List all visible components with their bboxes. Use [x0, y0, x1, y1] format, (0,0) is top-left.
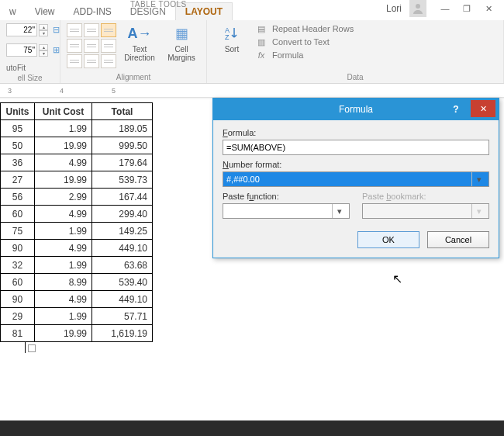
table-row[interactable]: 5019.99999.50	[1, 137, 153, 154]
align-top-left[interactable]	[67, 23, 82, 37]
autofit-label[interactable]: utoFit	[6, 64, 26, 72]
text-direction-button[interactable]: A→ Text Direction	[121, 23, 158, 62]
width-down[interactable]: ▾	[39, 50, 48, 57]
table-cell[interactable]: 57.71	[92, 308, 153, 325]
data-table[interactable]: Units Unit Cost Total 951.99189.055019.9…	[0, 102, 153, 342]
table-cell[interactable]: 449.10	[92, 291, 153, 308]
restore-button[interactable]: ❐	[456, 0, 478, 17]
table-row[interactable]: 951.99189.05	[1, 120, 153, 137]
table-row[interactable]: 364.99179.64	[1, 154, 153, 171]
tab-partial[interactable]: w	[0, 3, 26, 20]
table-cell[interactable]: 95	[1, 120, 35, 137]
cancel-button[interactable]: Cancel	[427, 231, 489, 248]
table-cell[interactable]: 449.10	[92, 240, 153, 257]
cell-margins-button[interactable]: ▦ Cell Margins	[163, 23, 200, 62]
table-cell[interactable]: 149.25	[92, 223, 153, 240]
table-cell[interactable]: 60	[1, 274, 35, 291]
table-cell[interactable]: 19.99	[35, 325, 92, 342]
align-bot-right[interactable]	[101, 54, 116, 68]
table-cell[interactable]: 2.99	[35, 189, 92, 206]
table-row[interactable]: 291.9957.71	[1, 308, 153, 325]
table-cell[interactable]: 90	[1, 240, 35, 257]
table-cell[interactable]: 1.99	[35, 308, 92, 325]
horizontal-ruler[interactable]: 3 4 5	[0, 84, 504, 98]
height-up[interactable]: ▴	[39, 24, 48, 30]
table-cell[interactable]: 1.99	[35, 120, 92, 137]
table-cell[interactable]: 4.99	[35, 240, 92, 257]
table-cell[interactable]: 56	[1, 189, 35, 206]
table-cell[interactable]: 999.50	[92, 137, 153, 154]
table-cell[interactable]: 299.40	[92, 206, 153, 223]
formula-button[interactable]: fx Formula	[255, 50, 354, 61]
table-cell[interactable]: 36	[1, 154, 35, 171]
table-cell[interactable]: 60	[1, 206, 35, 223]
table-row[interactable]: 904.99449.10	[1, 291, 153, 308]
table-cell[interactable]: 539.40	[92, 274, 153, 291]
table-row[interactable]: 751.99149.25	[1, 223, 153, 240]
table-cell[interactable]: 19.99	[35, 171, 92, 189]
col-total[interactable]: Total	[92, 103, 153, 120]
convert-text-button[interactable]: ▥ Convert to Text	[255, 36, 354, 47]
align-bot-center[interactable]	[84, 54, 99, 68]
distribute-rows-icon[interactable]: ⊟	[53, 25, 60, 35]
avatar[interactable]	[409, 0, 426, 17]
tab-view[interactable]: View	[26, 3, 64, 20]
align-top-right[interactable]	[101, 23, 116, 37]
table-cell[interactable]: 32	[1, 257, 35, 274]
table-cell[interactable]: 63.68	[92, 257, 153, 274]
sort-button[interactable]: AZ Sort	[213, 23, 250, 54]
chevron-down-icon[interactable]: ▾	[471, 172, 485, 186]
minimize-button[interactable]: ―	[434, 0, 456, 17]
table-row[interactable]: 604.99299.40	[1, 206, 153, 223]
col-unitcost[interactable]: Unit Cost	[35, 103, 92, 120]
table-cell[interactable]: 179.64	[92, 154, 153, 171]
close-button[interactable]: ✕	[478, 0, 499, 17]
ok-button[interactable]: OK	[357, 231, 419, 248]
dialog-titlebar[interactable]: Formula ? ✕	[213, 99, 499, 120]
table-cell[interactable]: 90	[1, 291, 35, 308]
row-height-input[interactable]	[6, 23, 37, 36]
table-cell[interactable]: 1.99	[35, 257, 92, 274]
dialog-close-button[interactable]: ✕	[471, 100, 495, 117]
table-row[interactable]: 562.99167.44	[1, 189, 153, 206]
dialog-help-button[interactable]: ?	[444, 99, 468, 120]
table-cell[interactable]: 4.99	[35, 206, 92, 223]
table-cell[interactable]: 75	[1, 223, 35, 240]
repeat-header-button[interactable]: ▤ Repeat Header Rows	[255, 23, 354, 34]
table-resize-handle[interactable]	[28, 344, 36, 352]
user-name[interactable]: Lori	[383, 2, 405, 16]
table-cell[interactable]: 189.05	[92, 120, 153, 137]
table-cell[interactable]: 50	[1, 137, 35, 154]
table-row[interactable]: 8119.991,619.19	[1, 325, 153, 342]
table-cell[interactable]: 1,619.19	[92, 325, 153, 342]
table-cell[interactable]: 4.99	[35, 291, 92, 308]
align-mid-center[interactable]	[84, 39, 99, 53]
formula-input[interactable]	[223, 140, 489, 155]
distribute-cols-icon[interactable]: ⊞	[53, 45, 60, 55]
table-cell[interactable]: 1.99	[35, 223, 92, 240]
table-row[interactable]: 608.99539.40	[1, 274, 153, 291]
table-row[interactable]: 904.99449.10	[1, 240, 153, 257]
table-row[interactable]: 2719.99539.73	[1, 171, 153, 189]
table-cell[interactable]: 19.99	[35, 137, 92, 154]
table-cell[interactable]: 81	[1, 325, 35, 342]
table-cell[interactable]: 29	[1, 308, 35, 325]
height-down[interactable]: ▾	[39, 30, 48, 36]
paste-function-combo[interactable]: ▾	[223, 203, 350, 219]
table-cell[interactable]: 539.73	[92, 171, 153, 189]
align-bot-left[interactable]	[67, 54, 82, 68]
width-up[interactable]: ▴	[39, 44, 48, 50]
table-cell[interactable]: 8.99	[35, 274, 92, 291]
number-format-combo[interactable]: #,##0.00 ▾	[223, 171, 489, 187]
table-cell[interactable]: 4.99	[35, 154, 92, 171]
align-mid-right[interactable]	[101, 39, 116, 53]
table-cell[interactable]: 27	[1, 171, 35, 189]
col-width-input[interactable]	[6, 43, 37, 57]
tab-addins[interactable]: ADD-INS	[64, 3, 120, 20]
col-units[interactable]: Units	[1, 103, 35, 120]
table-cell[interactable]: 167.44	[92, 189, 153, 206]
table-row[interactable]: 321.9963.68	[1, 257, 153, 274]
align-mid-left[interactable]	[67, 39, 82, 53]
align-top-center[interactable]	[84, 23, 99, 37]
chevron-down-icon[interactable]: ▾	[332, 204, 346, 218]
